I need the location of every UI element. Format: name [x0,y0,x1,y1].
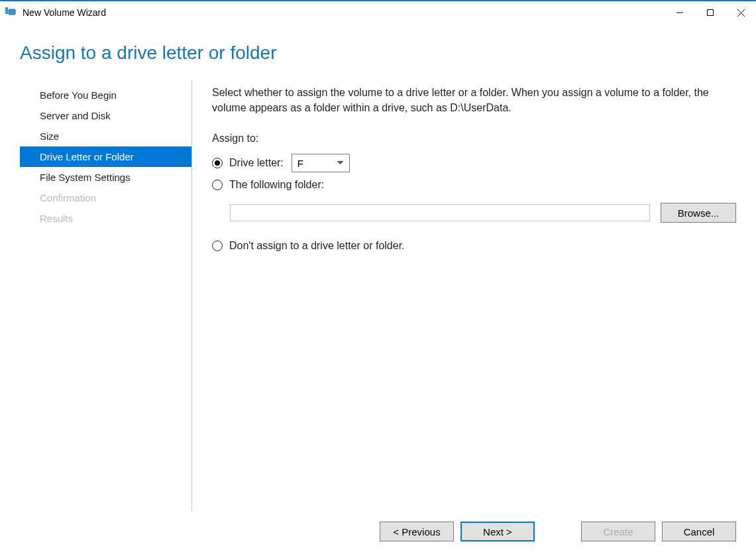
titlebar: New Volume Wizard [0,1,756,24]
window-title: New Volume Wizard [23,7,106,18]
label-folder: The following folder: [229,179,324,191]
radio-drive-letter[interactable] [212,158,223,168]
cancel-button[interactable]: Cancel [662,522,736,541]
folder-path-row: Browse... [212,203,736,223]
radio-folder[interactable] [212,180,223,190]
option-drive-letter-row: Drive letter: F [212,154,736,172]
step-file-system-settings[interactable]: File System Settings [20,167,191,188]
close-button[interactable] [726,2,756,23]
option-folder-row: The following folder: [212,179,736,191]
minimize-button[interactable] [665,2,695,23]
wizard-body: Before You Begin Server and Disk Size Dr… [0,81,756,511]
wizard-steps-sidebar: Before You Begin Server and Disk Size Dr… [20,81,192,511]
folder-path-input[interactable] [230,204,650,221]
label-none: Don't assign to a drive letter or folder… [229,240,405,252]
wizard-main: Select whether to assign the volume to a… [192,81,736,511]
step-results: Results [20,208,191,229]
app-icon [4,6,17,19]
create-button: Create [581,522,655,541]
instructions-text: Select whether to assign the volume to a… [212,85,716,115]
svg-rect-3 [708,10,714,16]
wizard-window: New Volume Wizard Assign to a drive lett… [0,0,756,560]
previous-button[interactable]: < Previous [380,522,454,541]
step-before-you-begin[interactable]: Before You Begin [20,85,191,105]
label-drive-letter: Drive letter: [229,157,284,169]
assign-to-label: Assign to: [212,133,736,144]
next-button[interactable]: Next > [460,522,535,541]
drive-letter-select[interactable]: F [292,154,350,172]
step-confirmation: Confirmation [20,188,191,208]
maximize-button[interactable] [695,2,726,23]
page-heading: Assign to a drive letter or folder [0,24,756,81]
wizard-footer: < Previous Next > Create Cancel [0,511,756,560]
option-none-row: Don't assign to a drive letter or folder… [212,240,736,252]
svg-rect-0 [5,7,8,14]
browse-button[interactable]: Browse... [661,203,736,223]
step-drive-letter-or-folder[interactable]: Drive Letter or Folder [20,146,191,167]
step-server-and-disk[interactable]: Server and Disk [20,105,191,126]
step-size[interactable]: Size [20,126,191,146]
svg-rect-1 [9,9,15,15]
radio-none[interactable] [212,241,223,251]
